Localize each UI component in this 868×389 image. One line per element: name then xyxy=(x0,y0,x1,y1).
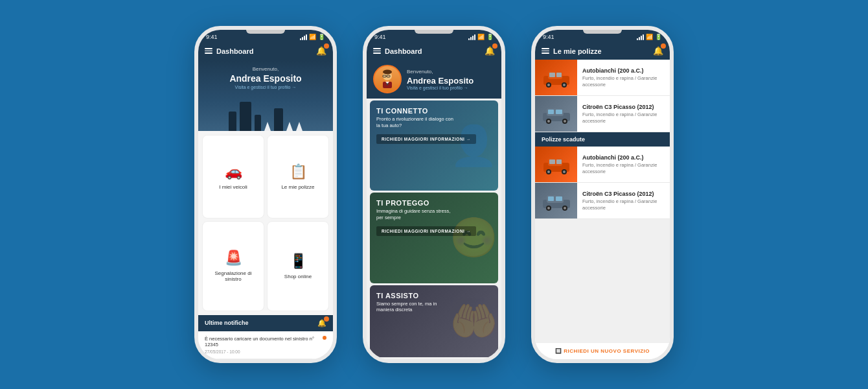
avatar-header-2: Benvenuto, Andrea Esposito Visita e gest… xyxy=(367,60,501,99)
bell-icon-2[interactable]: 🔔 xyxy=(485,46,495,56)
tree-1 xyxy=(264,122,271,131)
notif-badge-1 xyxy=(324,316,329,322)
svg-rect-32 xyxy=(556,159,562,164)
policy-desc-2: Furto, incendio e rapina / Garanzie acce… xyxy=(582,112,665,124)
policy-details-2: Citroën C3 Picasso (2012) Furto, incendi… xyxy=(577,100,670,128)
policy-desc-1: Furto, incendio e rapina / Garanzie acce… xyxy=(582,75,665,88)
hamburger-menu-3[interactable] xyxy=(542,48,549,54)
battery-icon: 🔋 xyxy=(318,34,325,40)
nav-left-3: Le mie polizze xyxy=(542,47,602,55)
hamburger-menu-2[interactable] xyxy=(373,48,381,54)
policy-item-1[interactable]: Autobianchi (200 a.C.) Furto, incendio e… xyxy=(535,60,670,96)
nav-bar-2: Dashboard 🔔 xyxy=(367,42,501,60)
hero-link-1[interactable]: Visita e gestisci il tuo profilo → xyxy=(205,85,326,89)
policy-name-1: Autobianchi (200 a.C.) xyxy=(582,67,665,74)
shop-label: Shop online xyxy=(284,274,312,279)
vehicles-icon: 🚗 xyxy=(225,163,242,180)
bell-icon-3[interactable]: 🔔 xyxy=(653,46,663,56)
policy-img-1 xyxy=(535,60,577,95)
signal-icon-3 xyxy=(637,34,644,40)
svg-point-4 xyxy=(383,70,392,75)
nav-bar-3: Le mie polizze 🔔 xyxy=(535,42,670,60)
expired-section-header: Polizze scadute xyxy=(535,132,670,147)
expired-policy-item-1[interactable]: Autobianchi (200 a.C.) Furto, incendio e… xyxy=(535,147,670,183)
svg-point-37 xyxy=(547,207,550,209)
notification-item-1[interactable]: È necessario caricare un documento nel s… xyxy=(198,331,333,360)
expired-car-svg-1 xyxy=(540,153,573,176)
status-time-2: 9:41 xyxy=(374,34,386,40)
bell-icon-1[interactable]: 🔔 xyxy=(316,46,326,56)
promo-card-proteggo[interactable]: 😊 TI PROTEGGO Immagina di guidare senza … xyxy=(370,193,498,283)
nav-title-3: Le mie polizze xyxy=(553,47,602,55)
avatar-2 xyxy=(373,65,402,93)
phone-2: 9:41 📶 🔋 Dashboard 🔔 xyxy=(363,26,505,363)
grid-item-sinistro[interactable]: 🚨 Segnalazione di sinistro xyxy=(202,221,264,311)
promo-cards-container: 👤 TI CONNETTO Pronto a rivoluzionare il … xyxy=(367,99,501,359)
expired-car-svg-2 xyxy=(540,189,573,212)
expired-policy-desc-1: Furto, incendio e rapina / Garanzie acce… xyxy=(582,162,665,175)
nav-title-1: Dashboard xyxy=(216,47,253,55)
expired-policy-details-1: Autobianchi (200 a.C.) Furto, incendio e… xyxy=(577,150,670,179)
hamburger-menu-1[interactable] xyxy=(205,48,212,54)
notification-dot-1 xyxy=(323,336,326,340)
hero-name-1: Andrea Esposito xyxy=(205,73,326,84)
policies-icon: 📋 xyxy=(290,163,307,180)
status-icons-3: 📶 🔋 xyxy=(637,34,662,40)
notif-bell-1[interactable]: 🔔 xyxy=(317,319,326,327)
status-time-1: 9:41 xyxy=(206,34,218,40)
svg-point-38 xyxy=(564,207,566,209)
promo-content-3: TI ASSISTO Siamo sempre con te, ma in ma… xyxy=(370,285,498,320)
wifi-icon-3: 📶 xyxy=(646,34,653,40)
promo-title-connetto: TI CONNETTO xyxy=(376,107,492,115)
phone-notch-3 xyxy=(583,30,622,34)
policy-item-2[interactable]: Citroën C3 Picasso (2012) Furto, incendi… xyxy=(535,96,670,132)
status-icons-2: 📶 🔋 xyxy=(468,34,494,40)
phone-notch xyxy=(246,30,285,34)
promo-card-connetto[interactable]: 👤 TI CONNETTO Pronto a rivoluzionare il … xyxy=(370,100,498,191)
bell-badge-2 xyxy=(492,43,497,49)
svg-rect-23 xyxy=(548,110,554,114)
phone-1: 9:41 📶 🔋 Dashboard 🔔 Benvenuto, xyxy=(194,26,337,363)
policy-details-1: Autobianchi (200 a.C.) Furto, incendio e… xyxy=(577,64,670,92)
phone-notch-2 xyxy=(415,30,453,34)
promo-btn-connetto[interactable]: RICHIEDI MAGGIORI INFORMAZIONI → xyxy=(376,134,476,144)
request-new-service-button[interactable]: 🔲 RICHIEDI UN NUOVO SERVIZIO xyxy=(535,342,670,359)
nav-left-1: Dashboard xyxy=(205,47,253,55)
promo-subtitle-connetto: Pronto a rivoluzionare il dialogo con la… xyxy=(376,116,454,129)
signal-icon xyxy=(300,34,307,40)
hero-text-1: Benvenuto, Andrea Esposito Visita e gest… xyxy=(205,66,326,89)
svg-rect-24 xyxy=(556,110,562,114)
avatar-link-2[interactable]: Visita e gestisci il tuo profilo → xyxy=(407,86,474,90)
expired-policy-img-2 xyxy=(535,183,577,218)
svg-point-22 xyxy=(564,120,566,123)
svg-rect-16 xyxy=(556,73,562,77)
tree-2 xyxy=(286,122,293,131)
svg-point-29 xyxy=(547,171,550,173)
avatar-welcome-2: Benvenuto, xyxy=(407,69,474,75)
promo-subtitle-proteggo: Immagina di guidare senza stress, per se… xyxy=(376,208,454,221)
car-svg-2 xyxy=(540,102,573,125)
avatar-svg xyxy=(376,67,399,91)
signal-icon-2 xyxy=(468,34,475,40)
notification-text-1: È necessario caricare un documento nel s… xyxy=(205,336,320,349)
promo-btn-proteggo[interactable]: RICHIEDI MAGGIORI INFORMAZIONI → xyxy=(376,226,476,236)
grid-item-shop[interactable]: 📱 Shop online xyxy=(267,221,329,311)
notifications-bar-1: Ultime notifiche 🔔 xyxy=(198,315,333,331)
sinistro-label: Segnalazione di sinistro xyxy=(207,270,260,282)
grid-item-policies[interactable]: 📋 Le mie polizze xyxy=(267,135,329,218)
car-svg-1 xyxy=(540,66,573,89)
promo-card-assisto[interactable]: 🤲 TI ASSISTO Siamo sempre con te, ma in … xyxy=(370,285,498,357)
svg-point-14 xyxy=(563,84,565,86)
svg-point-30 xyxy=(563,171,565,173)
promo-title-assisto: TI ASSISTO xyxy=(376,292,492,300)
nav-left-2: Dashboard xyxy=(373,47,422,55)
nav-title-2: Dashboard xyxy=(385,47,422,55)
promo-content-2: TI PROTEGGO Immagina di guidare senza st… xyxy=(370,193,498,242)
svg-rect-15 xyxy=(549,73,555,77)
expired-policy-item-2[interactable]: Citroën C3 Picasso (2012) Furto, incendi… xyxy=(535,183,670,219)
svg-rect-40 xyxy=(556,196,562,201)
grid-item-vehicles[interactable]: 🚗 I miei veicoli xyxy=(202,135,264,218)
vehicles-label: I miei veicoli xyxy=(219,184,247,190)
avatar-name-2: Andrea Esposito xyxy=(407,76,474,86)
expired-policy-desc-2: Furto, incendio e rapina / Garanzie acce… xyxy=(582,198,665,211)
